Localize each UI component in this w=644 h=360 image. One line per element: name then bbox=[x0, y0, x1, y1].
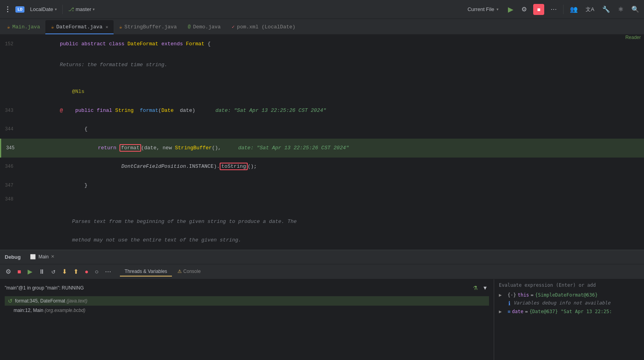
branch-dropdown[interactable]: ⎇ master ▾ bbox=[66, 5, 97, 14]
expand-date-btn[interactable]: ▶ bbox=[499, 309, 506, 314]
debug-resume-btn[interactable]: ▶ bbox=[25, 266, 35, 277]
tab-close-button[interactable]: ✕ bbox=[106, 24, 108, 30]
debug-settings-btn[interactable]: ⚙ bbox=[3, 266, 13, 277]
run-config-button[interactable]: Current File ▾ bbox=[464, 5, 502, 14]
stack-frame-format[interactable]: ↺ format:345, DateFormat (java.text) bbox=[5, 296, 489, 306]
tab-stringbuffer-java[interactable]: ☕ StringBuffer.java bbox=[114, 20, 182, 34]
atom-button[interactable]: ⚛ bbox=[616, 4, 625, 15]
branch-name: master bbox=[76, 6, 91, 12]
debug-session-tab[interactable]: ⬜ Main ✕ bbox=[27, 252, 58, 262]
var-debug-note: ℹ Variables debug info not available bbox=[499, 299, 639, 308]
tab-dateformat-java[interactable]: ☕ DateFormat.java ✕ bbox=[45, 20, 114, 34]
debug-pause-btn[interactable]: ⏸ bbox=[36, 267, 47, 277]
filter-button[interactable]: ⚗ bbox=[473, 285, 478, 291]
separator-2 bbox=[563, 5, 564, 14]
tools-icon: 🔧 bbox=[602, 6, 610, 13]
breakpoint-icon: ● bbox=[85, 268, 89, 275]
threads-tab-label: Threads & Variables bbox=[125, 269, 167, 274]
code-view[interactable]: Reader 152 public abstract class DateFor… bbox=[0, 35, 644, 250]
chevron-branch-icon: ▾ bbox=[93, 7, 95, 11]
step-out-icon: ⬆ bbox=[73, 268, 78, 275]
tab-pom-xml[interactable]: ✓ pom.xml (LocalDate) bbox=[226, 20, 301, 34]
project-name: LocalDate bbox=[30, 6, 53, 12]
stop-debug-icon: ■ bbox=[17, 268, 21, 275]
search-button[interactable]: 🔍 bbox=[630, 4, 641, 15]
thread-status-text: "main"@1 in group "main": RUNNING bbox=[5, 285, 84, 291]
run-icon: ▶ bbox=[508, 6, 513, 13]
project-badge: LD bbox=[15, 6, 24, 13]
translate-button[interactable]: 文A bbox=[584, 4, 596, 15]
run-config-label: Current File bbox=[467, 6, 494, 12]
project-dropdown[interactable]: LocalDate ▾ bbox=[28, 5, 59, 14]
line-num-348: 348 bbox=[0, 195, 20, 204]
debug-step-out-btn[interactable]: ⬆ bbox=[71, 266, 81, 277]
expand-this-btn[interactable]: ▶ bbox=[499, 292, 506, 298]
tab-label-pom: pom.xml (LocalDate) bbox=[237, 24, 295, 30]
console-tab-label: Console bbox=[183, 269, 201, 274]
tab-main-java[interactable]: ☕ Main.java bbox=[2, 20, 45, 34]
pause-debug-icon: ⏸ bbox=[39, 268, 45, 275]
debug-right-panel: Evaluate expression (Enter) or add ▶ {·}… bbox=[494, 279, 644, 360]
tab-label-active: DateFormat.java bbox=[56, 24, 103, 30]
java-icon-sb: ☕ bbox=[119, 24, 122, 30]
debug-restart-btn[interactable]: ↺ bbox=[49, 267, 58, 277]
debug-bp-btn[interactable]: ● bbox=[82, 267, 91, 277]
hamburger-icon bbox=[5, 4, 11, 15]
check-icon-pom: ✓ bbox=[232, 24, 235, 30]
restart-debug-icon: ↺ bbox=[51, 269, 56, 275]
code-line-doc3: method may not use the entire text of th… bbox=[0, 231, 644, 250]
debug-inner-tabs: Threads & Variables ⚠ Console bbox=[120, 267, 205, 276]
threads-variables-tab[interactable]: Threads & Variables bbox=[120, 267, 172, 276]
run-button[interactable]: ▶ bbox=[506, 4, 515, 15]
stop-icon: ■ bbox=[537, 6, 540, 13]
atom-icon: ⚛ bbox=[618, 6, 623, 13]
console-tab[interactable]: ⚠ Console bbox=[173, 267, 205, 276]
debug-stop-btn[interactable]: ■ bbox=[15, 267, 24, 277]
debug-session-label: Main bbox=[38, 254, 49, 260]
toolbar: LD LocalDate ▾ ⎇ master ▾ Current File ▾… bbox=[0, 0, 644, 19]
tab-label-sb: StringBuffer.java bbox=[125, 24, 177, 30]
stack-frame-main[interactable]: ○ main:12, Main (org.example.bcbd) bbox=[5, 306, 489, 315]
debug-step-over-btn[interactable]: ⬇ bbox=[60, 266, 69, 277]
editor-tabs: ☕ Main.java ☕ DateFormat.java ✕ ☕ String… bbox=[0, 19, 644, 35]
tools-button[interactable]: 🔧 bbox=[601, 4, 612, 15]
users-icon: 👥 bbox=[570, 6, 578, 13]
expand-btn[interactable]: ▾ bbox=[481, 282, 489, 293]
info-icon: ℹ bbox=[508, 300, 510, 306]
editor-area: Reader 152 public abstract class DateFor… bbox=[0, 35, 644, 250]
editor-main: Reader 152 public abstract class DateFor… bbox=[0, 35, 644, 250]
date-icon: ≡ bbox=[508, 309, 510, 314]
this-icon: {·} bbox=[508, 292, 516, 298]
eval-hint: Evaluate expression (Enter) or add bbox=[499, 282, 639, 288]
frame-icon-main: ○ bbox=[8, 307, 11, 314]
filter-icon: ⚗ bbox=[473, 285, 478, 291]
stop-button[interactable]: ■ bbox=[533, 4, 544, 15]
gear-icon: ⚙ bbox=[521, 6, 527, 13]
date-val: {Date@637} "Sat Apr 13 22:25: bbox=[529, 309, 612, 314]
more-debug-icon: ⋯ bbox=[105, 268, 111, 275]
tab-demo-java[interactable]: @ Demo.java bbox=[182, 20, 226, 34]
java-icon-active: ☕ bbox=[51, 24, 54, 30]
code-line-347: 347 } bbox=[0, 176, 644, 195]
date-name: date bbox=[512, 309, 523, 314]
debug-note-text: Variables debug info not available bbox=[513, 300, 610, 306]
line-num-345: 345 bbox=[1, 144, 21, 152]
menu-button[interactable] bbox=[3, 2, 12, 16]
users-button[interactable]: 👥 bbox=[568, 4, 579, 15]
this-name: this bbox=[518, 292, 529, 298]
debug-tab-icon: ⬜ bbox=[30, 254, 36, 260]
debug-panel: Debug ⬜ Main ✕ ⚙ ■ ▶ ⏸ ↺ ⬇ ⬆ ● bbox=[0, 250, 644, 360]
java-icon: ☕ bbox=[7, 24, 10, 30]
debug-more-btn[interactable]: ⋯ bbox=[103, 266, 114, 277]
step-over-icon: ⬇ bbox=[62, 268, 67, 275]
more-button[interactable]: ⋯ bbox=[549, 4, 558, 15]
this-val: {SimpleDateFormat@636} bbox=[535, 292, 598, 298]
debug-left-panel: "main"@1 in group "main": RUNNING ⚗ ▾ ↺ … bbox=[0, 279, 494, 360]
debug-mute-btn[interactable]: ○ bbox=[92, 267, 101, 277]
debug-tab-close-button[interactable]: ✕ bbox=[51, 254, 54, 259]
separator-1 bbox=[62, 5, 63, 14]
gear-debug-icon: ⚙ bbox=[6, 268, 11, 275]
warning-icon: ⚠ bbox=[177, 269, 182, 274]
debug-settings-button[interactable]: ⚙ bbox=[520, 4, 528, 15]
frame-active-icon: ↺ bbox=[8, 298, 13, 304]
